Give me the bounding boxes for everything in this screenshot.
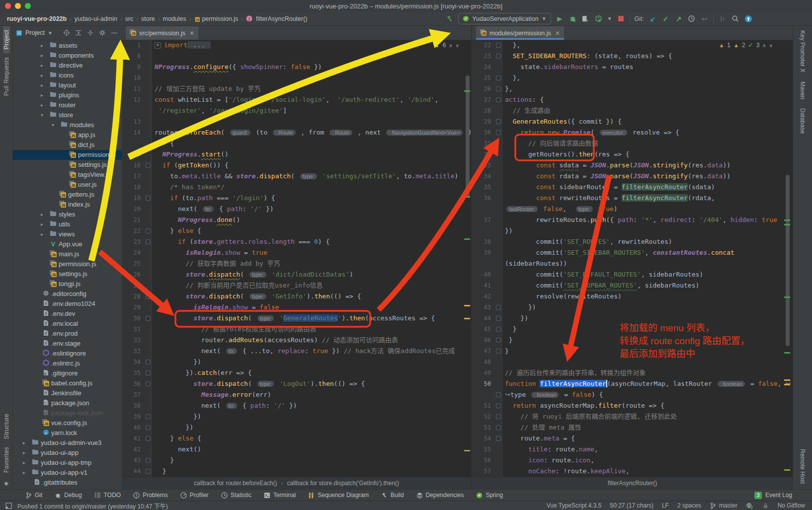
line-number[interactable]: 54: [472, 433, 494, 444]
fold-gutter[interactable]: [494, 269, 502, 280]
breadcrumb-item[interactable]: callback for store.dispatch('GetInfo').t…: [287, 480, 399, 487]
git-commit-button[interactable]: ✓: [661, 14, 670, 23]
tool-window-database[interactable]: Database: [799, 104, 806, 138]
fold-marker-icon[interactable]: [496, 54, 501, 59]
code-line[interactable]: 32 getRouters().then(res => {: [472, 149, 793, 160]
expand-arrow-icon[interactable]: ▸: [41, 61, 43, 71]
tool-window-maven[interactable]: Maven: [799, 77, 806, 104]
line-number[interactable]: 1: [122, 40, 144, 51]
tree-item-getters-js[interactable]: JSgetters.js: [13, 190, 122, 200]
code-line[interactable]: 10: [122, 73, 471, 83]
expand-arrow-icon[interactable]: ▸: [41, 210, 43, 219]
status-message[interactable]: Pushed 1 commit to origin/master (yester…: [17, 502, 168, 510]
zoom-window-button[interactable]: [25, 3, 31, 9]
code-line[interactable]: 12const whiteList = ['/login', '/social-…: [122, 94, 471, 105]
line-number[interactable]: 29: [122, 302, 144, 313]
fold-marker-icon[interactable]: [146, 239, 151, 244]
rollback-button[interactable]: ↩: [700, 14, 709, 23]
line-number[interactable]: 43: [122, 455, 144, 466]
fold-gutter[interactable]: [144, 324, 152, 335]
expand-arrow-icon[interactable]: ▸: [23, 448, 25, 458]
fold-gutter[interactable]: [144, 411, 152, 422]
git-branch-widget[interactable]: master: [710, 502, 737, 510]
code-line[interactable]: 48: [472, 357, 793, 367]
build-hammer-icon[interactable]: [445, 14, 454, 23]
breadcrumb-function[interactable]: filterAsyncRouter(): [256, 15, 308, 22]
code-line[interactable]: 25 },: [472, 73, 793, 83]
code-line[interactable]: 40 commit('SET_DEFAULT_ROUTES', sidebarR…: [472, 269, 793, 280]
fold-gutter[interactable]: [144, 149, 152, 160]
fold-gutter[interactable]: [494, 313, 502, 324]
expand-arrow-icon[interactable]: ▸: [41, 71, 43, 80]
tree-item--env-prod[interactable]: .env.prod: [13, 329, 122, 339]
code-line[interactable]: 42 next(): [122, 444, 471, 455]
fold-gutter[interactable]: [144, 182, 152, 193]
fold-gutter[interactable]: [144, 335, 152, 346]
profiler-button[interactable]: [594, 14, 603, 23]
line-number[interactable]: 55: [472, 444, 494, 455]
line-number[interactable]: 43: [472, 302, 494, 313]
fold-marker-icon[interactable]: [146, 228, 151, 233]
code-line[interactable]: 40 }): [122, 422, 471, 433]
diff-button[interactable]: [718, 14, 727, 23]
tree-item--env-demo1024[interactable]: .env.demo1024: [13, 299, 122, 309]
tree-item-yudao-ui-admin-vue3[interactable]: ▸yudao-ui-admin-vue3: [13, 438, 122, 448]
line-number[interactable]: 22: [122, 225, 144, 236]
breadcrumb-file[interactable]: permission.js: [202, 15, 238, 22]
code-line[interactable]: 24 isRelogin.show = true: [122, 247, 471, 258]
code-line[interactable]: 36 const rewriteRoutes = filterAsyncRout…: [472, 193, 793, 204]
close-window-button[interactable]: [5, 3, 11, 9]
expand-arrow-icon[interactable]: ▸: [23, 438, 25, 448]
tool-window-button-spring[interactable]: Spring: [476, 492, 503, 499]
fold-marker-icon[interactable]: [146, 469, 151, 474]
line-number[interactable]: 44: [122, 466, 144, 477]
line-number[interactable]: 40: [472, 269, 494, 280]
prev-issue-icon[interactable]: ∧: [762, 43, 766, 48]
breadcrumb-item[interactable]: modules: [163, 15, 186, 22]
fold-gutter[interactable]: [494, 378, 502, 389]
fold-marker-icon[interactable]: [146, 196, 151, 201]
line-number[interactable]: 31: [472, 138, 494, 149]
fold-gutter[interactable]: [144, 258, 152, 269]
fold-marker-icon[interactable]: [496, 86, 501, 91]
fold-gutter[interactable]: [494, 149, 502, 160]
line-number[interactable]: 34: [122, 357, 144, 367]
tree-item-yudao-ui-app-v1[interactable]: ▸yudao-ui-app-v1: [13, 468, 122, 478]
tab-src-permission[interactable]: JS src/permission.js ✕: [126, 26, 198, 40]
code-line[interactable]: 50function filterAsyncRouter(asyncRouter…: [472, 378, 793, 389]
fold-gutter[interactable]: [494, 83, 502, 94]
line-number[interactable]: 18: [122, 182, 144, 193]
fold-marker-icon[interactable]: [496, 97, 501, 102]
tool-window-button-debug[interactable]: Debug: [55, 492, 81, 499]
fold-marker-icon[interactable]: [146, 360, 151, 364]
tree-item-app-vue[interactable]: VApp.vue: [13, 239, 122, 249]
code-line[interactable]: 29 isRelogin.show = false: [122, 302, 471, 313]
tree-item--editorconfig[interactable]: .editorconfig: [13, 289, 122, 299]
fold-gutter[interactable]: [494, 444, 502, 455]
locate-file-icon[interactable]: [62, 29, 71, 36]
code-line[interactable]: 32 router.addRoutes(accessRoutes) // 动态添…: [122, 335, 471, 346]
tool-window-button-statistic[interactable]: Statistic: [221, 492, 251, 499]
line-number[interactable]: 24: [472, 62, 494, 73]
line-number[interactable]: 34: [472, 171, 494, 182]
line-number[interactable]: 17: [122, 171, 144, 182]
fold-gutter[interactable]: [144, 204, 152, 215]
toggle-tool-windows-icon[interactable]: [5, 502, 12, 510]
line-number[interactable]: 28: [122, 291, 144, 302]
fold-gutter[interactable]: [494, 171, 502, 182]
code-line[interactable]: 52 // 将 ruoyi 后端原有耦合前端的逻辑, 迁移到此处: [472, 411, 793, 422]
fold-gutter[interactable]: [144, 225, 152, 236]
tree-item-app-js[interactable]: JSapp.js: [13, 130, 122, 140]
run-configuration-select[interactable]: YudaoServerApplication ▼: [458, 13, 551, 24]
fold-gutter[interactable]: [494, 193, 502, 204]
fold-gutter[interactable]: [494, 236, 502, 247]
fold-gutter[interactable]: [144, 378, 152, 389]
line-number[interactable]: 23: [472, 51, 494, 62]
line-number[interactable]: 30: [472, 127, 494, 138]
code-line[interactable]: 53 // 处理 meta 属性: [472, 422, 793, 433]
code-line[interactable]: 18 /* has token*/: [122, 182, 471, 193]
line-number[interactable]: 49: [472, 367, 494, 378]
code-line[interactable]: ↪type : boolean = false) {: [472, 389, 793, 400]
tree-item-settings-js[interactable]: JSsettings.js: [13, 269, 122, 279]
fold-gutter[interactable]: [144, 138, 152, 149]
